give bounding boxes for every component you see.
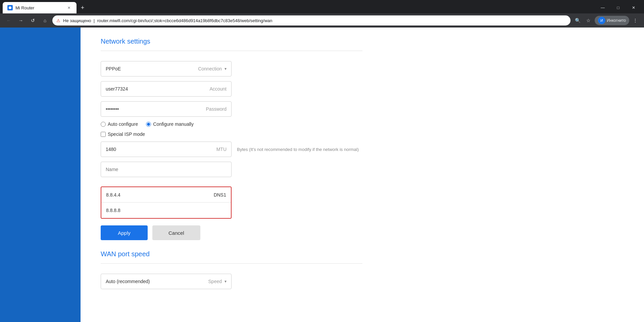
tab-close-button[interactable]: ✕	[66, 5, 72, 11]
special-isp-label: Special ISP mode	[108, 131, 145, 137]
radio-manual-label: Configure manually	[153, 121, 194, 127]
mtu-field-wrap[interactable]: MTU	[101, 142, 232, 157]
wan-speed-chevron-icon: ▾	[225, 279, 227, 284]
security-icon: ⚠	[56, 18, 60, 23]
profile-label: Инкогнито	[607, 18, 626, 23]
account-input[interactable]	[106, 86, 209, 92]
dns1-value: 8.8.4.4	[106, 192, 120, 198]
bookmark-button[interactable]: ☆	[584, 16, 593, 25]
menu-button[interactable]: ⋮	[631, 16, 640, 25]
url-text: router.miwifi.com/cgi-bin/luci/;stok=cbc…	[97, 18, 272, 23]
wan-speed-row: Auto (recommended) Speed ▾	[101, 274, 362, 289]
forward-icon: →	[18, 18, 23, 23]
home-icon: ⌂	[44, 18, 46, 23]
password-input[interactable]	[106, 106, 206, 112]
address-bar[interactable]: ⚠ Не защищено | router.miwifi.com/cgi-bi…	[52, 15, 571, 25]
left-sidebar	[0, 28, 81, 322]
radio-auto-label: Auto configure	[108, 121, 138, 127]
section2-divider	[101, 263, 362, 264]
browser-chrome: Mi Router ✕ + — □ ✕ ← → ↺ ⌂	[0, 0, 644, 28]
account-row: Account	[101, 81, 362, 97]
mtu-label: MTU	[216, 147, 227, 152]
connection-dropdown[interactable]: PPPoE Connection ▾	[101, 61, 232, 76]
radio-auto-input[interactable]	[101, 122, 106, 127]
password-field-wrap[interactable]: Password	[101, 101, 232, 117]
connection-type-row: PPPoE Connection ▾	[101, 61, 362, 76]
account-label: Account	[209, 86, 227, 92]
home-button[interactable]: ⌂	[40, 16, 50, 25]
reload-icon: ↺	[31, 18, 35, 23]
section1-divider	[101, 51, 362, 51]
wan-speed-value: Auto (recommended)	[106, 279, 150, 284]
star-icon: ☆	[586, 18, 591, 23]
radio-auto-option[interactable]: Auto configure	[101, 121, 138, 127]
page-wrap: Network settings PPPoE Connection ▾ Acco…	[0, 28, 644, 322]
back-button[interactable]: ←	[4, 16, 13, 25]
tab-favicon	[7, 5, 13, 10]
right-sidebar	[563, 28, 644, 322]
close-button[interactable]: ✕	[626, 2, 641, 13]
name-row	[101, 162, 362, 182]
configure-radio-group: Auto configure Configure manually	[101, 121, 362, 127]
nav-bar: ← → ↺ ⌂ ⚠ Не защищено | router.miwifi.co…	[0, 13, 644, 28]
radio-manual-option[interactable]: Configure manually	[146, 121, 194, 127]
name-input[interactable]	[101, 162, 232, 177]
mtu-input[interactable]	[106, 147, 216, 152]
security-label: Не защищено	[63, 18, 91, 23]
connection-type-value: PPPoE	[106, 66, 121, 71]
profile-avatar: И	[598, 17, 605, 24]
profile-button[interactable]: И Инкогнито	[595, 16, 629, 25]
tab-title: Mi Router	[15, 5, 63, 10]
reload-button[interactable]: ↺	[28, 16, 38, 25]
form-area: Network settings PPPoE Connection ▾ Acco…	[101, 38, 362, 289]
search-icon: 🔍	[575, 18, 581, 23]
window-controls: — □ ✕	[595, 2, 641, 13]
button-row: Apply Cancel	[101, 225, 362, 240]
section1-title: Network settings	[101, 38, 362, 45]
dns1-label: DNS1	[214, 192, 226, 198]
section2-title: WAN port speed	[101, 250, 362, 258]
mtu-hint: Bytes (It's not recommended to modify if…	[237, 147, 359, 152]
chevron-down-icon: ▾	[225, 66, 227, 71]
special-isp-checkbox[interactable]	[101, 132, 106, 137]
special-isp-checkbox-option[interactable]: Special ISP mode	[101, 131, 362, 137]
radio-manual-input[interactable]	[146, 122, 151, 127]
menu-icon: ⋮	[633, 18, 638, 23]
content-area: Network settings PPPoE Connection ▾ Acco…	[81, 28, 563, 322]
forward-button[interactable]: →	[16, 16, 26, 25]
password-row: Password	[101, 101, 362, 117]
dns-box: 8.8.4.4 DNS1	[101, 186, 232, 219]
password-label: Password	[206, 106, 227, 112]
cancel-button[interactable]: Cancel	[152, 225, 200, 240]
mtu-row: MTU Bytes (It's not recommended to modif…	[101, 142, 362, 157]
apply-button[interactable]: Apply	[101, 225, 148, 240]
search-button[interactable]: 🔍	[573, 16, 583, 25]
wan-speed-dropdown[interactable]: Auto (recommended) Speed ▾	[101, 274, 232, 289]
maximize-button[interactable]: □	[610, 2, 626, 13]
active-tab[interactable]: Mi Router ✕	[3, 2, 77, 13]
new-tab-button[interactable]: +	[78, 3, 87, 12]
address-text: Не защищено | router.miwifi.com/cgi-bin/…	[63, 18, 566, 23]
minimize-button[interactable]: —	[595, 2, 610, 13]
connection-label: Connection	[198, 66, 222, 71]
account-field-wrap[interactable]: Account	[101, 81, 232, 97]
nav-right: 🔍 ☆ И Инкогнито ⋮	[573, 16, 640, 25]
wan-speed-label: Speed	[208, 279, 222, 284]
tab-bar: Mi Router ✕ + — □ ✕	[0, 0, 644, 13]
back-icon: ←	[6, 18, 11, 23]
dns2-input[interactable]	[101, 203, 231, 218]
dns1-field: 8.8.4.4 DNS1	[101, 187, 231, 203]
